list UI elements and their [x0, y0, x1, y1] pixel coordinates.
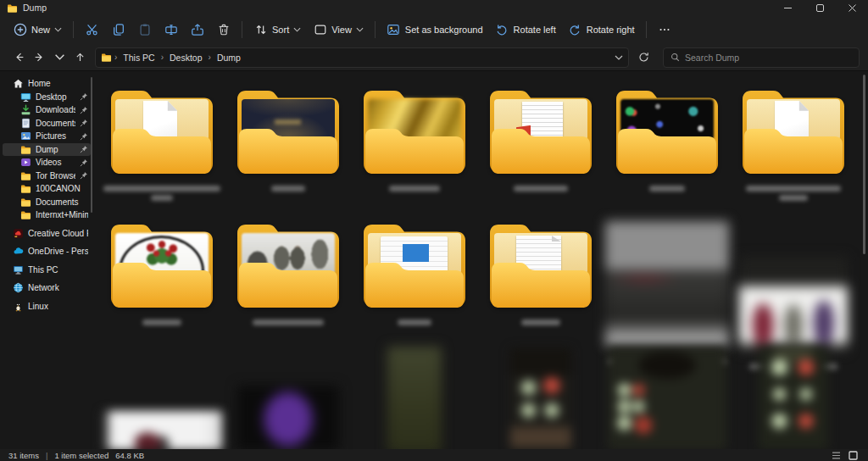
view-button[interactable]: View	[307, 19, 370, 42]
folder-item[interactable]	[364, 87, 465, 174]
new-label: New	[31, 25, 50, 35]
delete-button[interactable]	[210, 19, 236, 42]
breadcrumb-desktop[interactable]: Desktop	[166, 51, 206, 64]
address-bar-row: › This PC › Desktop › Dump	[0, 44, 868, 71]
folder-item[interactable]	[111, 221, 213, 308]
rotate-left-label: Rotate left	[514, 25, 556, 35]
redacted-text-line	[103, 186, 220, 192]
status-bar: 31 items | 1 item selected 64.8 KB	[0, 449, 868, 461]
grid-cell	[98, 213, 225, 347]
large-thumbnails-view-button[interactable]	[847, 450, 860, 460]
sidebar-item-label: Home	[28, 79, 88, 88]
sidebar-item-label: Documents	[36, 197, 88, 207]
folder-item[interactable]	[111, 87, 213, 174]
sidebar-item-pictures[interactable]: Pictures	[3, 130, 91, 143]
folder-icon	[20, 144, 31, 155]
blurred-thumbnail[interactable]	[605, 221, 729, 347]
sidebar-scrollbar[interactable]	[91, 77, 92, 213]
sidebar-item-creative-cloud-files[interactable]: Creative Cloud Files	[3, 227, 91, 241]
folder-item[interactable]	[743, 87, 844, 174]
view-label: View	[331, 25, 352, 35]
folder-item[interactable]	[237, 87, 339, 174]
creative-cloud-icon	[13, 228, 24, 239]
sidebar-item-label: Videos	[36, 158, 75, 167]
blurred-thumbnail[interactable]	[759, 347, 828, 449]
sidebar-item-desktop[interactable]: Desktop	[3, 91, 91, 104]
set-as-background-button[interactable]: Set as background	[381, 19, 489, 42]
linux-icon	[13, 301, 24, 312]
sidebar-item-dump[interactable]: Dump	[3, 143, 91, 157]
breadcrumb-separator: ›	[208, 53, 212, 62]
maximize-button[interactable]	[804, 0, 836, 15]
blurred-thumbnail[interactable]	[510, 348, 571, 449]
rotate-right-button[interactable]: Rotate right	[562, 19, 641, 42]
folder-item[interactable]	[364, 221, 465, 308]
grid-cell	[477, 213, 604, 347]
cut-button[interactable]	[79, 19, 105, 42]
breadcrumb-this-pc[interactable]: This PC	[120, 51, 158, 64]
sidebar-item-label: Downloads	[36, 105, 75, 114]
sidebar-item-documents[interactable]: Documents	[3, 196, 91, 209]
blurred-thumbnail[interactable]	[387, 347, 442, 449]
share-button[interactable]	[184, 19, 210, 42]
sidebar-item-internxt-minimalist[interactable]: Internxt+Minimalist	[3, 208, 91, 222]
breadcrumb-separator: ›	[114, 53, 118, 62]
sidebar-item-label: Internxt+Minimalist	[36, 210, 88, 219]
blurred-thumbnail[interactable]	[237, 386, 339, 449]
blurred-thumbnail[interactable]	[608, 347, 726, 449]
item-label-redacted	[746, 186, 841, 201]
items-count: 31 items	[8, 451, 39, 460]
copy-button[interactable]	[105, 19, 131, 42]
sidebar-item-linux[interactable]: Linux	[3, 300, 91, 314]
chevron-down-icon	[356, 27, 364, 32]
item-label-redacted	[514, 186, 568, 192]
refresh-button[interactable]	[632, 47, 654, 69]
sidebar-item-home[interactable]: Home	[3, 77, 91, 91]
sidebar-item-network[interactable]: Network	[3, 281, 91, 295]
recent-locations-button[interactable]	[49, 47, 70, 69]
window-tab[interactable]: Dump	[7, 3, 47, 14]
up-button[interactable]	[70, 47, 90, 69]
search-input[interactable]	[685, 53, 852, 63]
sidebar-item-100canon[interactable]: 100CANON	[3, 182, 91, 196]
item-label-redacted	[103, 186, 220, 201]
new-button[interactable]: New	[7, 19, 68, 42]
downloads-icon	[20, 104, 31, 115]
view-toggle-group	[830, 450, 860, 460]
redacted-text-line	[514, 186, 568, 192]
rotate-left-button[interactable]: Rotate left	[489, 19, 562, 42]
address-dropdown-button[interactable]	[615, 55, 623, 60]
documents-icon	[20, 118, 31, 129]
close-button[interactable]	[836, 0, 868, 15]
sidebar-item-onedrive-personal[interactable]: OneDrive - Personal	[3, 245, 91, 258]
sidebar-item-videos[interactable]: Videos	[3, 156, 91, 169]
folder-item[interactable]	[616, 87, 718, 174]
details-view-button[interactable]	[830, 450, 843, 460]
address-bar[interactable]: › This PC › Desktop › Dump	[95, 47, 629, 68]
folder-item[interactable]	[237, 221, 339, 308]
sidebar-item-label: Linux	[28, 302, 88, 311]
blurred-thumbnail[interactable]	[739, 257, 848, 352]
rename-button[interactable]	[158, 19, 184, 42]
sidebar-item-documents[interactable]: Documents	[3, 117, 91, 131]
sort-button[interactable]: Sort	[248, 19, 307, 42]
sidebar-item-tor-browser[interactable]: Tor Browser	[3, 169, 91, 183]
back-button[interactable]	[8, 47, 29, 69]
forward-button[interactable]	[29, 47, 49, 69]
blurred-thumbnail[interactable]	[102, 411, 222, 449]
sidebar-item-this-pc[interactable]: This PC	[3, 264, 91, 277]
more-options-button[interactable]	[652, 19, 678, 42]
sidebar-item-downloads[interactable]: Downloads	[3, 103, 91, 117]
minimize-button[interactable]	[771, 0, 804, 15]
folder-icon	[20, 197, 31, 208]
grid-cell	[225, 347, 351, 449]
content-scrollbar[interactable]	[863, 75, 865, 254]
sidebar-list: HomeDesktopDownloadsDocumentsPicturesDum…	[0, 77, 93, 313]
folder-item[interactable]	[490, 87, 592, 174]
onedrive-icon	[13, 246, 24, 257]
redacted-text-line	[779, 195, 808, 201]
breadcrumb-dump[interactable]: Dump	[214, 51, 244, 64]
redacted-text-line	[253, 319, 324, 325]
paste-button[interactable]	[131, 19, 158, 42]
folder-item[interactable]	[490, 221, 592, 308]
